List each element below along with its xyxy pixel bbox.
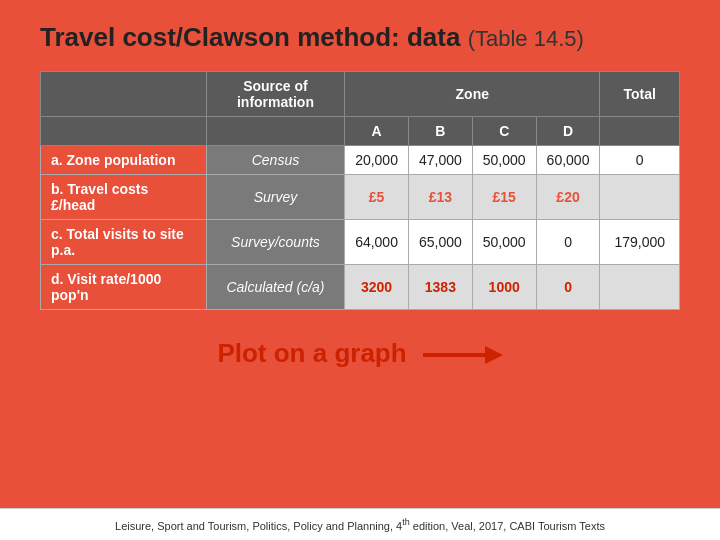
data-table: Source of information Zone Total A B C D… xyxy=(40,71,680,310)
table-zone-a: 20,000 xyxy=(345,146,409,175)
table-row-total xyxy=(600,265,680,310)
table-row-source: Survey xyxy=(206,175,344,220)
table-zone-c: 1000 xyxy=(472,265,536,310)
table-row-source: Survey/counts xyxy=(206,220,344,265)
table-row-total: 0 xyxy=(600,146,680,175)
total-header: Total xyxy=(600,72,680,117)
zone-header: Zone xyxy=(345,72,600,117)
total-subheader xyxy=(600,117,680,146)
title-text: Travel cost/Clawson method: data xyxy=(40,22,460,52)
footer: Leisure, Sport and Tourism, Politics, Po… xyxy=(0,508,720,540)
source-subheader xyxy=(206,117,344,146)
table-zone-a: £5 xyxy=(345,175,409,220)
plot-section: Plot on a graph xyxy=(0,338,720,369)
table-row-label: d. Visit rate/1000 pop'n xyxy=(41,265,207,310)
table-row-total xyxy=(600,175,680,220)
zone-b-header: B xyxy=(408,117,472,146)
source-header: Source of information xyxy=(206,72,344,117)
table-row-source: Census xyxy=(206,146,344,175)
table-row-label: c. Total visits to site p.a. xyxy=(41,220,207,265)
footer-text: Leisure, Sport and Tourism, Politics, Po… xyxy=(115,520,402,532)
table-zone-b: £13 xyxy=(408,175,472,220)
table-zone-a: 64,000 xyxy=(345,220,409,265)
empty-subheader xyxy=(41,117,207,146)
table-zone-d: £20 xyxy=(536,175,600,220)
table-zone-c: £15 xyxy=(472,175,536,220)
zone-d-header: D xyxy=(536,117,600,146)
plot-label: Plot on a graph xyxy=(217,338,406,369)
table-ref: (Table 14.5) xyxy=(468,26,584,51)
empty-header xyxy=(41,72,207,117)
table-zone-b: 47,000 xyxy=(408,146,472,175)
table-zone-b: 1383 xyxy=(408,265,472,310)
table-zone-d: 60,000 xyxy=(536,146,600,175)
plot-arrow xyxy=(423,344,503,364)
zone-a-header: A xyxy=(345,117,409,146)
table-row-label: b. Travel costs £/head xyxy=(41,175,207,220)
footer-text2: edition, Veal, 2017, CABI Tourism Texts xyxy=(410,520,605,532)
table-row-source: Calculated (c/a) xyxy=(206,265,344,310)
table-zone-c: 50,000 xyxy=(472,146,536,175)
table-zone-d: 0 xyxy=(536,220,600,265)
table-zone-a: 3200 xyxy=(345,265,409,310)
table-zone-b: 65,000 xyxy=(408,220,472,265)
data-table-container: Source of information Zone Total A B C D… xyxy=(40,71,680,310)
page-title: Travel cost/Clawson method: data (Table … xyxy=(0,0,720,71)
table-zone-d: 0 xyxy=(536,265,600,310)
table-zone-c: 50,000 xyxy=(472,220,536,265)
zone-c-header: C xyxy=(472,117,536,146)
footer-sup: th xyxy=(402,517,410,527)
table-row-total: 179,000 xyxy=(600,220,680,265)
table-row-label: a. Zone population xyxy=(41,146,207,175)
